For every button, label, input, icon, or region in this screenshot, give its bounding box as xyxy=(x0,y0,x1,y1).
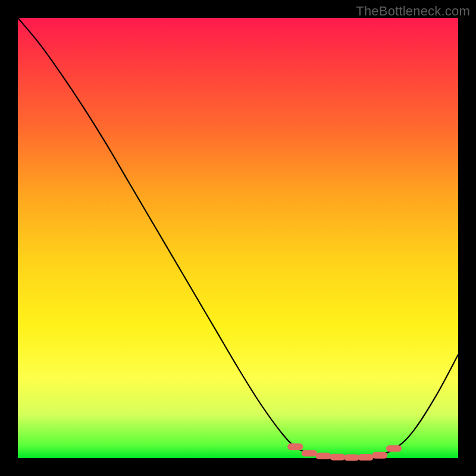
plot-area xyxy=(18,18,458,458)
marker-dot xyxy=(344,454,359,461)
marker-dot xyxy=(316,453,331,459)
marker-dot xyxy=(358,454,374,461)
marker-dot xyxy=(287,443,303,450)
chart-frame: TheBottleneck.com xyxy=(0,0,476,476)
marker-dot xyxy=(372,452,387,459)
marker-dot xyxy=(302,450,317,456)
marker-dot xyxy=(386,445,402,452)
marker-dot xyxy=(330,454,345,461)
curve-svg xyxy=(18,18,458,458)
flat-region-markers xyxy=(287,443,402,461)
watermark-text: TheBottleneck.com xyxy=(356,4,470,19)
bottleneck-curve-path xyxy=(18,18,458,458)
